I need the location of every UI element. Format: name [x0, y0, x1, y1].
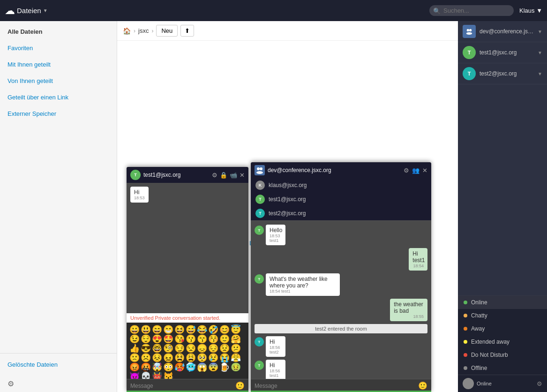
emoji-item[interactable]: 😩 [186, 354, 196, 362]
emoji-item[interactable]: 😅 [186, 325, 196, 334]
roster-chevron-group: ▼ [538, 29, 542, 34]
emoji-item[interactable]: 💀 [141, 372, 151, 379]
emoji-item[interactable]: 😾 [163, 372, 173, 379]
sidebar-item-favoriten[interactable]: Favoriten [0, 40, 117, 56]
new-button[interactable]: Neu [156, 25, 178, 37]
sidebar-item-mit-ihnen-geteilt[interactable]: Mit Ihnen geteilt [0, 56, 117, 73]
emoji-item[interactable]: 🤩 [163, 335, 173, 343]
emoji-item[interactable]: 😁 [163, 325, 173, 334]
emoji-item[interactable]: 😢 [208, 354, 218, 362]
emoji-item[interactable]: 😚 [208, 335, 218, 343]
emoji-item[interactable]: 😖 [163, 354, 173, 362]
emoji-item[interactable]: 👍 [129, 344, 140, 353]
group-members-icon[interactable]: 👥 [412, 167, 420, 174]
emoji-item[interactable]: 🧐 [163, 344, 173, 353]
emoji-item[interactable]: 😃 [141, 325, 151, 334]
private-chat-input[interactable] [130, 383, 232, 389]
group-msg-bubble-hi-from-test2: Hi 18:56 test2 [266, 336, 285, 357]
emoji-item[interactable]: 😀 [129, 325, 140, 334]
emoji-item[interactable]: 🥵 [174, 363, 185, 371]
emoji-item[interactable]: 👹 [152, 372, 162, 379]
title-dropdown-icon[interactable]: ▼ [43, 8, 48, 13]
group-chat-window[interactable]: dev@conference.jsxc.org ⚙ 👥 ✕ K klaus@js… [251, 162, 431, 392]
private-chat-window[interactable]: T test1@jsxc.org ⚙ 🔒 📹 ✕ Hi 18:53 [127, 167, 248, 392]
emoji-item[interactable]: 😌 [141, 335, 151, 343]
emoji-item[interactable]: 😳 [163, 363, 173, 371]
emoji-item[interactable]: 😭 [219, 354, 230, 362]
emoji-item[interactable]: 😂 [197, 325, 207, 334]
emoji-item[interactable]: 😎 [141, 344, 151, 353]
emoji-item[interactable]: 🍺 [219, 363, 230, 371]
status-option-away[interactable]: Away [458, 322, 547, 335]
sidebar-settings[interactable]: ⚙ [0, 376, 117, 392]
breadcrumb-home[interactable]: 🏠 [123, 27, 131, 35]
sidebar-item-externer-speicher[interactable]: Externer Speicher [0, 106, 117, 122]
user-menu[interactable]: Klaus ▼ [519, 7, 542, 14]
emoji-item[interactable]: 🙂 [219, 335, 230, 343]
emoji-item[interactable]: 😍 [152, 335, 162, 343]
emoji-item[interactable]: 😒 [186, 344, 196, 353]
emoji-item[interactable]: 🤓 [152, 344, 162, 353]
emoji-item[interactable]: 😆 [174, 325, 185, 334]
sidebar-item-alle-dateien[interactable]: Alle Dateien [0, 23, 117, 40]
private-lock-icon[interactable]: 🔒 [220, 172, 227, 179]
private-settings-icon[interactable]: ⚙ [212, 172, 217, 179]
private-video-icon[interactable]: 📹 [230, 172, 237, 179]
emoji-item[interactable]: 😗 [186, 335, 196, 343]
status-option-offline[interactable]: Offline [458, 362, 547, 375]
bottom-settings-icon[interactable]: ⚙ [537, 380, 542, 387]
emoji-item[interactable]: 😏 [174, 344, 185, 353]
roster-item-test1[interactable]: T test1@jsxc.org ▼ [458, 42, 547, 63]
emoji-item[interactable]: 🤬 [141, 363, 151, 371]
group-close-icon[interactable]: ✕ [422, 167, 427, 174]
sidebar-item-geloschte-dateien[interactable]: Gelöschte Dateien [7, 359, 109, 370]
emoji-item[interactable]: 😫 [174, 354, 185, 362]
emoji-item[interactable]: 😔 [208, 344, 218, 353]
status-option-dnd[interactable]: Do Not Disturb [458, 348, 547, 362]
emoji-item[interactable]: 😄 [152, 325, 162, 334]
emoji-item[interactable]: 😘 [174, 335, 185, 343]
app-title[interactable]: Dateien ▼ [17, 7, 48, 15]
emoji-item[interactable]: 😈 [129, 372, 140, 379]
upload-button[interactable]: ⬆ [180, 25, 194, 37]
sidebar-item-geteilt-link[interactable]: Geteilt über einen Link [0, 89, 117, 106]
emoji-item[interactable]: 🤢 [231, 363, 241, 371]
group-settings-icon[interactable]: ⚙ [404, 167, 409, 174]
emoji-item[interactable]: 🥺 [197, 354, 207, 362]
emoji-item[interactable]: 😞 [197, 344, 207, 353]
emoji-item[interactable]: ☹️ [141, 354, 151, 362]
svg-point-4 [256, 171, 263, 174]
emoji-item[interactable]: 😇 [231, 325, 241, 334]
roster-item-group[interactable]: dev@conference.jsxc.... ▼ [458, 21, 547, 42]
emoji-item[interactable]: 😡 [129, 363, 140, 371]
emoji-item[interactable]: 😊 [219, 325, 230, 334]
emoji-item[interactable]: 😕 [231, 344, 241, 353]
emoji-item[interactable]: 🤣 [208, 325, 218, 334]
roster-dd-avatar-test2: T [255, 209, 265, 218]
group-chat-input[interactable] [255, 383, 415, 389]
private-emoji-button[interactable]: 🙂 [235, 381, 245, 390]
roster-item-test2[interactable]: T test2@jsxc.org ▼ [458, 63, 547, 84]
group-msg-hi-test1: Hi test1 18:54 [255, 248, 427, 271]
emoji-item[interactable]: 😤 [231, 354, 241, 362]
group-msg-hi-test2-from: T Hi 18:56 test2 [255, 336, 427, 357]
emoji-picker[interactable]: 😀 😃 😄 😁 😆 😅 😂 🤣 😊 😇 😉 😌 😍 🤩 😘 😗 [127, 323, 248, 379]
group-emoji-button[interactable]: 🙂 [418, 381, 427, 390]
sidebar-item-von-ihnen-geteilt[interactable]: Von Ihnen geteilt [0, 73, 117, 89]
emoji-item[interactable]: 😨 [208, 363, 218, 371]
emoji-item[interactable]: 🙁 [129, 354, 140, 362]
status-option-online[interactable]: Online [458, 296, 547, 309]
emoji-item[interactable]: 😙 [197, 335, 207, 343]
emoji-item[interactable]: 😱 [197, 363, 207, 371]
emoji-item[interactable]: 😉 [129, 335, 140, 343]
status-option-chatty[interactable]: Chatty [458, 309, 547, 322]
search-input[interactable] [429, 5, 514, 16]
emoji-item[interactable]: 😟 [219, 344, 230, 353]
status-option-extended-away[interactable]: Extended away [458, 335, 547, 348]
emoji-item[interactable]: 🥶 [186, 363, 196, 371]
emoji-item[interactable]: 🤯 [152, 363, 162, 371]
emoji-item[interactable]: 😣 [152, 354, 162, 362]
emoji-item[interactable]: 🤗 [231, 335, 241, 343]
group-msg-text-weather-q: What's the weather like where you are? [270, 276, 328, 289]
private-close-icon[interactable]: ✕ [240, 172, 245, 179]
